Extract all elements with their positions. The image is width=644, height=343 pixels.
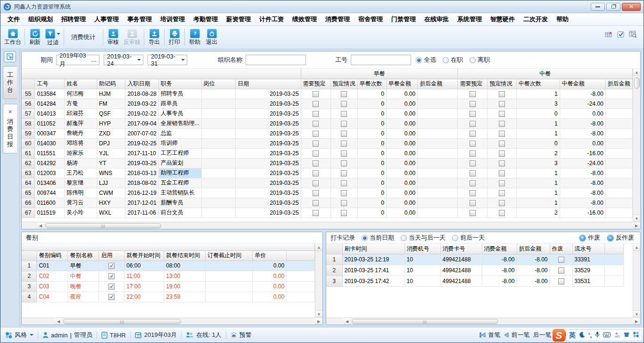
meal-type-row[interactable]: 3C03晚餐17:0019:000.00	[22, 281, 315, 292]
cell[interactable]: 3	[516, 99, 560, 109]
scrollbar-thumb[interactable]	[634, 77, 640, 89]
cell[interactable]	[458, 158, 487, 168]
cell[interactable]: 邓培将	[65, 138, 97, 148]
cell[interactable]	[287, 281, 315, 292]
cell[interactable]	[418, 158, 458, 168]
checkbox[interactable]	[499, 91, 505, 97]
cell[interactable]	[330, 198, 357, 208]
cell[interactable]	[418, 178, 458, 188]
cell[interactable]	[330, 99, 357, 109]
menu-item[interactable]: 在线审批	[420, 13, 453, 25]
cell[interactable]: -8.00	[482, 276, 517, 286]
menu-item[interactable]: 二次开发	[519, 13, 552, 25]
cell[interactable]: 2019-03-25	[236, 128, 301, 138]
cell[interactable]	[487, 188, 516, 198]
main-grid-hscrollbar[interactable]: ◀ ||| ▶	[22, 222, 640, 229]
prev-record-button[interactable]: 前一笔	[504, 331, 529, 339]
employee-row[interactable]: 65009744陈伟明CWM2016-12-19主动营销队长2019-03-25…	[22, 188, 633, 198]
cell[interactable]	[418, 99, 458, 109]
ime-punctuation-toggle[interactable]: ’,	[588, 332, 592, 339]
checkbox[interactable]	[470, 141, 476, 147]
cell[interactable]: 2018-08-28	[125, 89, 158, 99]
cell[interactable]: 0.00	[386, 188, 417, 198]
cell[interactable]: 10	[405, 276, 440, 286]
menu-item[interactable]: 人事管理	[90, 13, 123, 25]
cell[interactable]	[550, 276, 572, 286]
cell[interactable]: -8.00	[517, 265, 550, 276]
cell[interactable]: 0	[357, 178, 386, 188]
scroll-down-icon[interactable]: ▼	[315, 310, 322, 318]
checkbox[interactable]	[499, 121, 505, 127]
checkbox[interactable]	[558, 268, 564, 274]
scroll-left-icon[interactable]: ◀	[343, 318, 351, 325]
date-from-combo[interactable]: 2019-03-24	[104, 55, 143, 65]
cell[interactable]	[418, 89, 458, 99]
cell[interactable]	[487, 168, 516, 178]
cell[interactable]	[605, 118, 632, 128]
column-header[interactable]: 作废	[550, 244, 572, 254]
cell[interactable]	[287, 292, 315, 302]
cell[interactable]: 0	[357, 128, 386, 138]
cell[interactable]: 33529	[572, 265, 604, 276]
checkbox[interactable]	[108, 294, 115, 300]
cell[interactable]: 2017-09-04	[125, 118, 158, 128]
cell[interactable]: 13:00	[164, 271, 206, 281]
checkbox[interactable]	[108, 263, 115, 269]
employee-row[interactable]: 62014292杨涛YT2019-03-25产品策划2019-03-2500.0…	[22, 158, 633, 168]
cell[interactable]: 1	[516, 188, 560, 198]
cell[interactable]	[604, 276, 623, 286]
cell[interactable]: YT	[97, 158, 125, 168]
menu-item[interactable]: 绩效管理	[288, 13, 321, 25]
cell[interactable]: 11:00	[124, 271, 164, 281]
cell[interactable]: 0.00	[386, 198, 417, 208]
column-header[interactable]: 姓名	[65, 79, 97, 89]
checkbox[interactable]	[499, 180, 505, 186]
period-field[interactable]: 2019年03月 …	[56, 55, 99, 65]
cell[interactable]: 2019-03-25	[236, 198, 301, 208]
cell[interactable]: WNS	[97, 168, 125, 178]
cell[interactable]	[458, 128, 487, 138]
cell[interactable]	[301, 198, 330, 208]
cell[interactable]: 0.00	[253, 281, 287, 292]
checkbox[interactable]	[341, 180, 347, 186]
checkbox[interactable]	[313, 180, 319, 186]
employee-row[interactable]: 67011519吴小玲WXL2017-11-06前台文员2019-03-2500…	[22, 208, 633, 218]
scrollbar-thumb[interactable]: |||	[63, 319, 181, 324]
meal-type-row[interactable]: 4C04夜宵22:0023:590.00	[22, 292, 315, 302]
column-header[interactable]: 消费机号	[405, 244, 440, 254]
cell[interactable]	[418, 208, 458, 218]
menu-item[interactable]: 系统管理	[453, 13, 486, 25]
cell[interactable]	[487, 208, 516, 218]
cell[interactable]	[301, 118, 330, 128]
cell[interactable]: 2019-02-22	[125, 109, 158, 118]
column-header[interactable]: 就餐开始时间	[124, 251, 164, 260]
menu-item[interactable]: 招聘管理	[57, 13, 90, 25]
cell[interactable]: 10	[405, 254, 440, 265]
column-header[interactable]: 助记码	[97, 79, 125, 89]
column-header[interactable]	[22, 69, 301, 79]
column-header[interactable]: 早餐金额	[386, 79, 417, 89]
cell[interactable]	[605, 109, 632, 118]
cell[interactable]: 014284	[35, 99, 65, 109]
cell[interactable]: 2	[516, 208, 560, 218]
column-header[interactable]: 职务	[158, 79, 201, 89]
cell[interactable]: -8.00	[560, 198, 605, 208]
cell[interactable]	[301, 99, 330, 109]
column-header[interactable]: 折后金额	[418, 79, 458, 89]
cell[interactable]: 晚餐	[68, 281, 99, 292]
cell[interactable]: 2016-12-19	[125, 188, 158, 198]
cell[interactable]	[301, 208, 330, 218]
cell[interactable]: 1	[516, 89, 560, 99]
cell[interactable]: 009744	[35, 188, 65, 198]
employee-row[interactable]: 66011600黄习云HXY2017-12-01薪酬专员2019-03-2500…	[22, 198, 633, 208]
cell[interactable]	[487, 158, 516, 168]
cell[interactable]: 011519	[35, 208, 65, 218]
cell[interactable]: 2019-03-25	[236, 99, 301, 109]
cell[interactable]: 08:00	[164, 260, 206, 271]
cell[interactable]	[287, 271, 315, 281]
checkbox[interactable]	[313, 200, 319, 206]
cell[interactable]	[301, 168, 330, 178]
cell[interactable]: -24.00	[560, 158, 605, 168]
cell[interactable]: 黄习云	[65, 198, 97, 208]
cell[interactable]	[201, 128, 235, 138]
